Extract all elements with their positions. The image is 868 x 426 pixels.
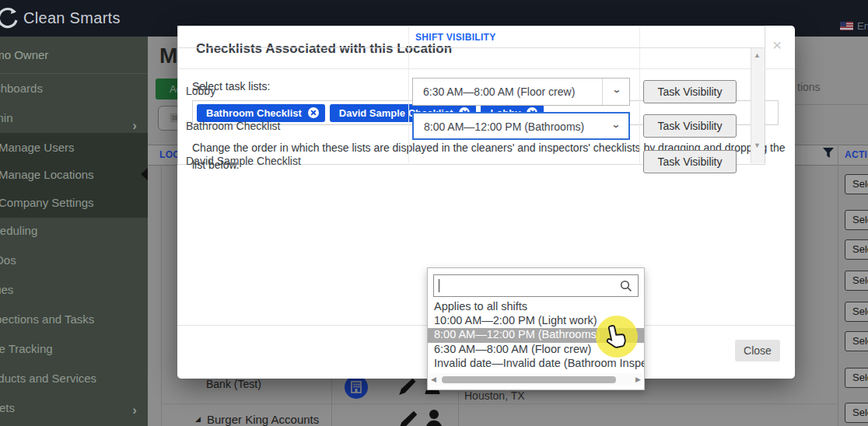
partial-toolbar-text: tions [797, 81, 821, 93]
sidebar-item-products-and-services[interactable]: Products and Services › [0, 364, 148, 393]
language-switcher[interactable]: English [840, 19, 868, 32]
chevron-down-icon: › [611, 89, 625, 93]
dropdown-search-input[interactable] [433, 274, 639, 297]
close-icon[interactable]: × [772, 36, 782, 54]
shift-select-bathroom[interactable]: 8:00 AM—12:00 PM (Bathrooms) › [412, 112, 630, 140]
location-group-name[interactable]: Burger King Accounts [207, 413, 319, 426]
sidebar-item-assets[interactable]: Assets › [0, 393, 148, 423]
sidebar-user[interactable]: Demo Owner [0, 37, 148, 74]
toolbar-divider [795, 104, 868, 105]
row-select-button[interactable]: Select [845, 210, 868, 230]
grid-column-divider [838, 145, 838, 426]
dropdown-option[interactable]: Applies to all shifts [428, 300, 644, 315]
table-header-divider [177, 47, 764, 48]
checklist-row-name[interactable]: David Sample Checklist [186, 155, 301, 167]
sidebar-item-to-dos[interactable]: To Dos › [0, 246, 148, 275]
column-header-actions[interactable]: ACTIONS [845, 149, 868, 160]
select-divider [602, 79, 603, 105]
sidebar-item-time-tracking[interactable]: Time Tracking › [0, 334, 148, 364]
row-select-button[interactable]: Select [845, 271, 868, 291]
row-select-button[interactable]: Select [845, 174, 868, 194]
tree-expand-icon[interactable]: ◢ [195, 415, 201, 423]
dropdown-horizontal-scrollbar[interactable]: ◀ ▶ [429, 373, 642, 386]
row-select-button[interactable]: Select [845, 331, 868, 351]
row-select-button[interactable]: Select [845, 302, 868, 322]
sidebar-item-manage-locations[interactable]: Manage Locations [0, 160, 148, 190]
language-label: English [857, 20, 868, 32]
scroll-right-icon[interactable]: ▶ [635, 375, 641, 383]
dropdown-option[interactable]: Invalid date—Invalid date (Bathroom Insp… [428, 357, 644, 372]
active-item-arrow-icon [141, 168, 148, 180]
sidebar-item-company-settings[interactable]: Company Settings [0, 188, 148, 218]
task-visibility-button[interactable]: Task Visibility [643, 80, 737, 103]
modal-header-divider [177, 68, 795, 69]
task-visibility-button[interactable]: Task Visibility [643, 114, 737, 138]
modal-title: Checklists Associated with this Location [196, 41, 452, 57]
checklist-row-name[interactable]: Lobby [186, 85, 215, 97]
sidebar-item-issues[interactable]: Issues › [0, 275, 148, 305]
checklist-row-name[interactable]: Bathroom Checklist [186, 120, 280, 132]
hand-cursor-icon [604, 323, 630, 353]
sidebar-item-dashboards[interactable]: Dashboards › [0, 74, 148, 103]
shift-select-lobby[interactable]: 6:30 AM—8:00 AM (Floor crew) › [412, 78, 630, 106]
edit-pencil-icon[interactable] [398, 378, 418, 398]
search-icon [620, 280, 632, 295]
clean-smarts-logo-icon [0, 7, 19, 33]
row-select-button[interactable]: Select [845, 403, 868, 423]
text-cursor [439, 279, 439, 292]
user-icon[interactable] [425, 410, 443, 426]
sidebar-item-inspections-and-tasks[interactable]: Inspections and Tasks › [0, 305, 148, 334]
sidebar-item-manage-users[interactable]: Manage Users [0, 133, 148, 162]
filter-icon[interactable] [823, 148, 835, 162]
table-column-divider [639, 26, 640, 163]
grid-left-border [161, 166, 162, 426]
scroll-left-icon[interactable]: ◀ [431, 375, 436, 383]
location-row-city: Houston, TX [464, 389, 525, 402]
sidebar-item-admin[interactable]: Admin › [0, 103, 148, 133]
us-flag-icon [840, 22, 853, 30]
close-button[interactable]: Close [735, 340, 780, 361]
brand-title[interactable]: Clean Smarts [23, 9, 121, 27]
sidebar-item-scheduling[interactable]: Scheduling › [0, 216, 148, 246]
edit-pencil-icon[interactable] [398, 410, 420, 426]
row-select-button[interactable]: Select [845, 239, 868, 260]
row-select-button[interactable]: Select [845, 368, 868, 388]
shift-visibility-header: SHIFT VISIBILITY [415, 32, 495, 43]
app-screen: Clean Smarts English Demo Owner Dashboar… [0, 0, 868, 426]
scroll-down-icon[interactable]: ▼ [754, 141, 761, 149]
scrollbar-thumb[interactable] [442, 376, 616, 383]
scroll-up-icon[interactable]: ▲ [754, 51, 761, 59]
task-visibility-button[interactable]: Task Visibility [643, 150, 737, 173]
sidebar-nav: Demo Owner Dashboards › Admin › Manage U… [0, 37, 148, 426]
grid-row-divider [161, 403, 838, 404]
remove-tag-icon[interactable] [308, 107, 319, 118]
table-scrollbar[interactable]: ▲ ▼ [751, 48, 765, 163]
location-row-name[interactable]: Bank (Test) [206, 378, 261, 390]
table-column-divider [408, 26, 409, 163]
chevron-down-icon: › [611, 124, 624, 128]
location-building-icon [345, 375, 368, 402]
